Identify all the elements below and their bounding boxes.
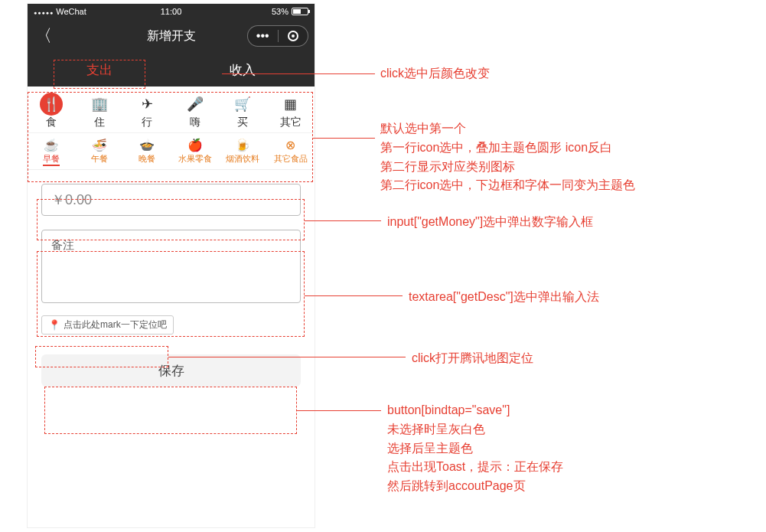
desc-textarea[interactable]: 备注 [41, 230, 301, 303]
cat2-lunch-label: 午餐 [91, 153, 108, 165]
tab-expense[interactable]: 支出 [28, 53, 171, 86]
cat1-fun[interactable]: 🎤 嗨 [171, 86, 220, 132]
annotation-text-1: click选中后颜色改变 [380, 64, 490, 83]
money-input[interactable]: ￥0.00 [41, 184, 301, 216]
annotation-text-3: input["getMoney"]选中弹出数字输入框 [387, 213, 593, 232]
save-label: 保存 [158, 362, 184, 380]
money-placeholder: ￥0.00 [51, 191, 92, 209]
cat2-other-food-label: 其它食品 [274, 153, 308, 165]
cat2-fruit[interactable]: 🍎 水果零食 [171, 132, 220, 169]
category-panel: 🍴 食 🏢 住 ✈ 行 🎤 嗨 🛒 买 ▦ 其它 [28, 86, 315, 170]
grid-icon: ▦ [279, 93, 302, 116]
capsule-close-button[interactable] [279, 31, 308, 41]
miniprogram-capsule[interactable]: ••• [247, 25, 308, 47]
category-row-2: ☕ 早餐 🍜 午餐 🍲 晚餐 🍎 水果零食 🍺 烟酒饮料 ⊗ 其它食品 [28, 132, 315, 169]
location-hint: 点击此处mark一下定位吧 [64, 318, 167, 331]
cat1-shopping[interactable]: 🛒 买 [219, 86, 267, 132]
annotation-text-4: textarea["getDesc"]选中弹出输入法 [409, 288, 599, 307]
ellipsis-icon: ••• [256, 29, 269, 43]
cat2-drinks-label: 烟酒饮料 [226, 153, 259, 165]
coffee-icon: ☕ [43, 136, 60, 153]
cat1-housing-label: 住 [94, 116, 105, 129]
building-icon: 🏢 [88, 93, 111, 116]
pot-icon: 🍲 [139, 136, 155, 153]
cat2-fruit-label: 水果零食 [178, 153, 212, 165]
cat1-other[interactable]: ▦ 其它 [267, 86, 315, 132]
form-area: ￥0.00 备注 📍 点击此处mark一下定位吧 保存 [28, 170, 315, 400]
location-button[interactable]: 📍 点击此处mark一下定位吧 [41, 315, 174, 335]
annotation-line-2 [313, 138, 375, 139]
save-button[interactable]: 保存 [41, 354, 301, 387]
nav-bar: 〈 新增开支 ••• [28, 19, 315, 53]
cat1-other-label: 其它 [280, 116, 302, 129]
annotation-line-3 [305, 220, 381, 221]
chevron-left-icon: 〈 [35, 24, 52, 47]
cart-icon: 🛒 [231, 93, 254, 116]
target-icon [288, 31, 298, 41]
plane-icon: ✈ [135, 93, 158, 116]
annotation-line-4 [305, 295, 403, 296]
tab-income[interactable]: 收入 [171, 53, 315, 86]
cat1-travel[interactable]: ✈ 行 [123, 86, 171, 132]
cat1-food-label: 食 [46, 116, 57, 129]
tab-income-label: 收入 [230, 61, 256, 79]
cat2-drinks[interactable]: 🍺 烟酒饮料 [219, 132, 267, 169]
other-icon: ⊗ [282, 136, 299, 153]
phone-frame: WeChat 11:00 53% 〈 新增开支 ••• 支出 收入 [28, 4, 315, 527]
cat1-food[interactable]: 🍴 食 [28, 86, 76, 132]
tab-expense-label: 支出 [86, 61, 112, 79]
back-button[interactable]: 〈 [32, 19, 55, 53]
noodle-icon: 🍜 [91, 136, 108, 153]
desc-placeholder: 备注 [51, 238, 74, 251]
type-tabs: 支出 收入 [28, 53, 315, 86]
cat1-shopping-label: 买 [237, 116, 248, 129]
apple-icon: 🍎 [187, 136, 204, 153]
battery-icon [292, 8, 308, 15]
cat1-housing[interactable]: 🏢 住 [76, 86, 124, 132]
annotation-text-2: 默认选中第一个 第一行icon选中，叠加主题色圆形 icon反白 第二行显示对应… [380, 119, 635, 195]
beer-icon: 🍺 [234, 136, 251, 153]
cat2-other-food[interactable]: ⊗ 其它食品 [267, 132, 315, 169]
location-pin-icon: 📍 [48, 319, 60, 331]
cat2-dinner[interactable]: 🍲 晚餐 [123, 132, 171, 169]
annotation-text-6: button[bindtap="save"] 未选择时呈灰白色 选择后呈主题色 … [387, 401, 563, 496]
cat1-travel-label: 行 [142, 116, 152, 129]
page-title: 新增开支 [147, 28, 196, 44]
status-bar: WeChat 11:00 53% [28, 4, 315, 19]
mic-icon: 🎤 [184, 93, 207, 116]
capsule-menu-button[interactable]: ••• [248, 29, 278, 43]
cat2-dinner-label: 晚餐 [139, 153, 155, 165]
cat2-breakfast[interactable]: ☕ 早餐 [28, 132, 76, 169]
utensils-icon: 🍴 [40, 93, 63, 116]
cat2-lunch[interactable]: 🍜 午餐 [76, 132, 124, 169]
annotation-text-5: click打开腾讯地图定位 [412, 349, 533, 368]
status-time: 11:00 [28, 7, 315, 16]
cat2-breakfast-label: 早餐 [43, 153, 60, 166]
cat1-fun-label: 嗨 [190, 116, 200, 129]
category-row-1: 🍴 食 🏢 住 ✈ 行 🎤 嗨 🛒 买 ▦ 其它 [28, 86, 315, 132]
